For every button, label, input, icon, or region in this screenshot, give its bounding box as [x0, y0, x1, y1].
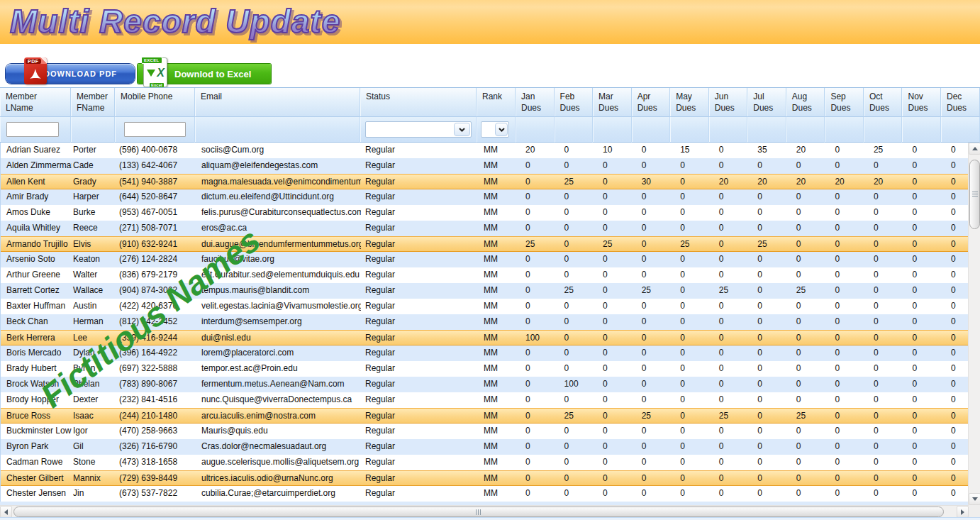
- horizontal-scrollbar[interactable]: [0, 505, 969, 517]
- cell-email: lorem@placeratorci.com: [196, 345, 361, 361]
- cell-dues: 0: [864, 377, 903, 392]
- filter-phone-input[interactable]: [124, 122, 186, 137]
- column-header-oct-dues[interactable]: Oct Dues: [864, 88, 903, 117]
- table-row[interactable]: Brady HubertByron(697) 322-5888tempor.es…: [1, 361, 980, 377]
- cell-dues: 0: [710, 361, 749, 377]
- filter-cell-empty: [941, 117, 980, 143]
- column-header-dec-dues[interactable]: Dec Dues: [941, 88, 980, 117]
- cell-dues: 0: [825, 283, 864, 299]
- cell-dues: 20: [825, 175, 864, 189]
- table-row[interactable]: Amir BradyHarper(644) 520-8647dictum.eu.…: [1, 189, 980, 205]
- table-row[interactable]: Baxter HuffmanAustin(422) 420-6376velit.…: [1, 299, 980, 314]
- cell-dues: 25: [555, 409, 594, 423]
- column-header-status[interactable]: Status: [360, 88, 477, 117]
- column-header-member-lname[interactable]: Member LName: [0, 88, 71, 117]
- table-row[interactable]: Bruce RossIsaac(244) 210-1480arcu.iaculi…: [1, 408, 980, 424]
- column-header-rank[interactable]: Rank: [477, 88, 516, 117]
- cell-dues: 0: [671, 409, 710, 423]
- filter-cell-email: [195, 117, 360, 143]
- scroll-right-button[interactable]: [957, 506, 969, 518]
- column-header-apr-dues[interactable]: Apr Dues: [632, 88, 671, 117]
- table-row[interactable]: Byron ParkGil(326) 716-6790Cras.dolor@ne…: [1, 439, 980, 455]
- chevron-down-icon[interactable]: [495, 123, 508, 136]
- filter-lname-input[interactable]: [6, 122, 59, 137]
- table-row[interactable]: Arsenio SotoKeaton(276) 124-2824faucibus…: [1, 252, 980, 267]
- cell-dues: 0: [555, 361, 594, 377]
- table-body: Adrian SuarezPorter(596) 400-0678sociis@…: [0, 143, 980, 502]
- cell-dues: 0: [594, 455, 633, 470]
- cell-dues: 0: [903, 143, 942, 158]
- cell-dues: 30: [633, 175, 672, 189]
- cell-dues: 0: [787, 267, 826, 283]
- filter-rank-select[interactable]: [481, 121, 509, 138]
- column-header-aug-dues[interactable]: Aug Dues: [786, 88, 825, 117]
- pdf-icon-label: PDF: [26, 59, 41, 64]
- column-header-mobile-phone[interactable]: Mobile Phone: [115, 88, 195, 117]
- table-row[interactable]: Amos DukeBurke(953) 467-0051felis.purus@…: [1, 205, 980, 221]
- download-pdf-button[interactable]: PDF DOWNLOAD PDF: [6, 64, 135, 84]
- cell-lname: Brock Watson: [1, 377, 72, 392]
- column-header-may-dues[interactable]: May Dues: [670, 88, 709, 117]
- filter-status-select[interactable]: [365, 121, 472, 138]
- cell-rank: MM: [477, 409, 516, 423]
- scroll-left-button[interactable]: [0, 506, 12, 518]
- cell-dues: 0: [555, 221, 594, 236]
- table-row[interactable]: Buckminster LowIgor(470) 258-9663Mauris@…: [1, 424, 980, 439]
- cell-phone: (470) 258-9663: [116, 424, 196, 439]
- table-row[interactable]: Boris MercadoDylan(396) 164-4922lorem@pl…: [1, 345, 980, 361]
- cell-dues: 0: [633, 331, 672, 345]
- cell-status: Regular: [361, 439, 477, 455]
- excel-x-mark-icon: X: [157, 67, 165, 79]
- cell-dues: 0: [671, 377, 710, 392]
- scroll-up-button[interactable]: [969, 143, 980, 155]
- cell-status: Regular: [361, 409, 477, 423]
- table-row[interactable]: Chester GilbertMannix(729) 639-8449ultri…: [1, 470, 980, 486]
- table-row[interactable]: Arthur GreeneWalter(836) 679-2179elit.Cu…: [1, 267, 980, 283]
- cell-phone: (473) 318-1658: [116, 455, 196, 470]
- table-row[interactable]: Barrett CortezWallace(904) 874-3062tempu…: [1, 283, 980, 299]
- cell-dues: 0: [787, 205, 826, 221]
- column-header-member-fname[interactable]: Member FName: [71, 88, 115, 117]
- column-header-jan-dues[interactable]: Jan Dues: [516, 88, 555, 117]
- cell-rank: MM: [477, 471, 516, 485]
- horizontal-scroll-thumb[interactable]: [13, 507, 944, 517]
- table-row[interactable]: Chester JensenJin(673) 537-7822cubilia.C…: [1, 486, 980, 502]
- scroll-down-button[interactable]: [969, 493, 980, 505]
- column-header-email[interactable]: Email: [195, 88, 360, 117]
- cell-fname: Porter: [72, 143, 116, 158]
- table-row[interactable]: Allen KentGrady(541) 940-3887magna.males…: [1, 174, 980, 189]
- table-row[interactable]: Beck ChanHerman(812) 342-2452interdum@se…: [1, 314, 980, 330]
- table-row[interactable]: Adrian SuarezPorter(596) 400-0678sociis@…: [1, 143, 980, 158]
- table-row[interactable]: Brock WatsonPhelan(783) 890-8067fermentu…: [1, 377, 980, 392]
- cell-status: Regular: [361, 471, 477, 485]
- table-row[interactable]: Brody HopperDexter(232) 841-4516nunc.Qui…: [1, 392, 980, 408]
- cell-dues: 0: [671, 331, 710, 345]
- download-excel-button[interactable]: EXCEL X Excel Downlod to Excel: [138, 64, 271, 84]
- vertical-scroll-thumb[interactable]: [969, 160, 980, 229]
- column-header-mar-dues[interactable]: Mar Dues: [593, 88, 632, 117]
- column-header-sep-dues[interactable]: Sep Dues: [825, 88, 864, 117]
- cell-status: Regular: [361, 158, 477, 174]
- table-row[interactable]: Aquila WhitleyReece(271) 508-7071eros@ac…: [1, 221, 980, 236]
- cell-dues: 0: [710, 189, 749, 205]
- cell-dues: 0: [903, 331, 942, 345]
- cell-email: dictum.eu.eleifend@Uttincidunt.org: [196, 189, 361, 205]
- cell-email: tempor.est.ac@Proin.edu: [196, 361, 361, 377]
- cell-dues: 0: [787, 252, 826, 267]
- column-header-jun-dues[interactable]: Jun Dues: [709, 88, 748, 117]
- table-row[interactable]: Alden ZimmermanCade(133) 642-4067aliquam…: [1, 158, 980, 174]
- column-header-feb-dues[interactable]: Feb Dues: [555, 88, 594, 117]
- cell-lname: Cadman Rowe: [1, 455, 72, 470]
- cell-dues: 0: [748, 424, 787, 439]
- vertical-scrollbar[interactable]: [968, 143, 980, 505]
- table-row[interactable]: Armando TrujilloElvis(910) 632-9241dui.a…: [1, 236, 980, 252]
- cell-dues: 0: [555, 189, 594, 205]
- column-header-nov-dues[interactable]: Nov Dues: [902, 88, 941, 117]
- column-header-jul-dues[interactable]: Jul Dues: [747, 88, 786, 117]
- cell-rank: MM: [477, 267, 516, 283]
- table-row[interactable]: Berk HerreraLee(359) 416-9244dui@nisl.ed…: [1, 330, 980, 345]
- cell-dues: 0: [825, 439, 864, 455]
- cell-lname: Armando Trujillo: [1, 237, 72, 251]
- chevron-down-icon[interactable]: [454, 123, 470, 136]
- table-row[interactable]: Cadman RoweStone(473) 318-1658augue.scel…: [1, 455, 980, 470]
